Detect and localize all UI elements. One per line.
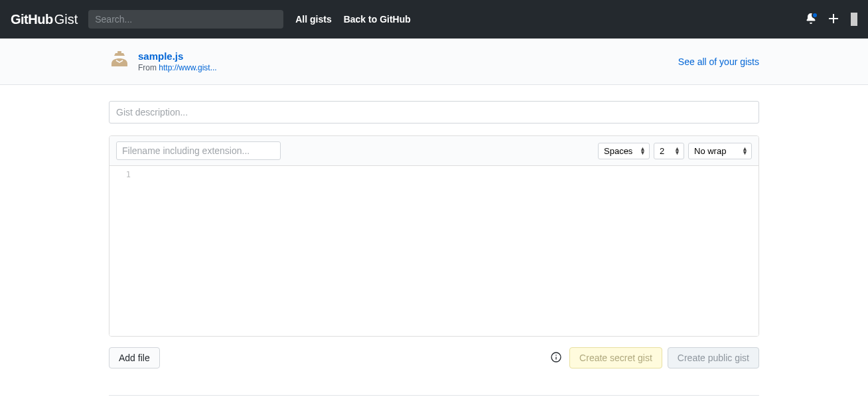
add-file-button[interactable]: Add file: [109, 347, 160, 368]
wrap-mode-select[interactable]: No wrap: [688, 143, 752, 159]
search-input[interactable]: [88, 10, 283, 29]
gist-form: Spaces ▲▼ 2 ▲▼ No wrap ▲▼ 1 Add file: [109, 85, 759, 396]
indent-size-select[interactable]: 2: [654, 143, 684, 159]
file-editor-box: Spaces ▲▼ 2 ▲▼ No wrap ▲▼ 1: [109, 135, 759, 337]
see-all-gists-link[interactable]: See all of your gists: [678, 56, 759, 67]
gist-source-link[interactable]: http://www.gist...: [159, 63, 216, 72]
form-actions: Add file Create secret gist Create publi…: [109, 347, 759, 368]
page-subheader: sample.js From http://www.gist... See al…: [0, 39, 868, 85]
create-new-icon[interactable]: [828, 13, 839, 26]
user-avatar[interactable]: [851, 13, 857, 26]
file-toolbar: Spaces ▲▼ 2 ▲▼ No wrap ▲▼: [109, 136, 759, 166]
code-textarea[interactable]: [136, 166, 759, 336]
nav-back-to-github[interactable]: Back to GitHub: [344, 14, 411, 25]
logo-github-text: GitHub: [11, 12, 53, 27]
indent-mode-select[interactable]: Spaces: [598, 143, 650, 159]
svg-rect-0: [117, 51, 121, 53]
editor-area: 1: [109, 166, 759, 336]
footer-divider: [109, 395, 759, 396]
svg-point-2: [555, 355, 557, 356]
github-gist-logo[interactable]: GitHub Gist: [11, 12, 78, 27]
notifications-icon[interactable]: [806, 13, 816, 26]
line-number-gutter: 1: [109, 166, 136, 336]
gist-title-link[interactable]: sample.js: [138, 50, 217, 62]
anonymous-user-icon: [109, 50, 130, 71]
create-secret-gist-button[interactable]: Create secret gist: [569, 347, 662, 368]
notification-dot: [812, 12, 818, 19]
create-public-gist-button[interactable]: Create public gist: [668, 347, 759, 368]
file-meta: sample.js From http://www.gist...: [109, 50, 217, 72]
logo-gist-text: Gist: [54, 12, 78, 27]
nav-all-gists[interactable]: All gists: [295, 14, 331, 25]
filename-input[interactable]: [116, 141, 281, 160]
gist-description-input[interactable]: [109, 101, 759, 123]
gist-source: From http://www.gist...: [138, 63, 217, 72]
info-icon[interactable]: [551, 352, 561, 364]
main-header: GitHub Gist All gists Back to GitHub: [0, 0, 868, 39]
